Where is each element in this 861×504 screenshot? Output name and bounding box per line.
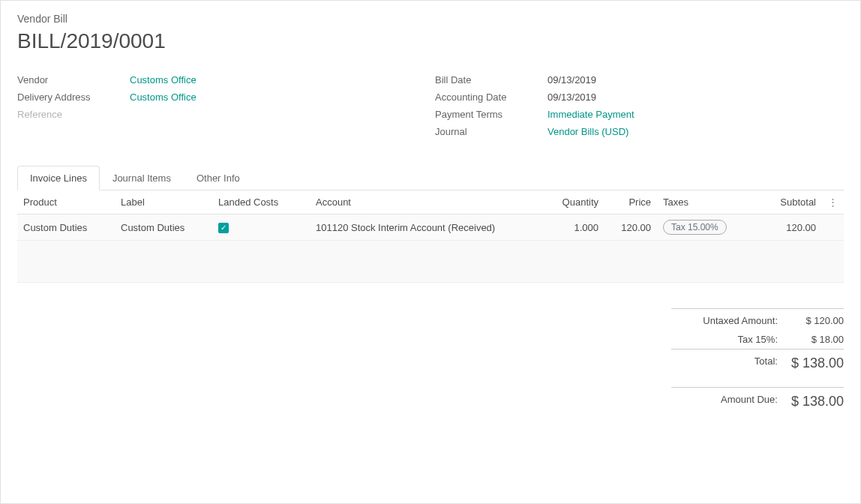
cell-account: 101120 Stock Interim Account (Received) — [310, 214, 533, 241]
document-number: BILL/2019/0001 — [17, 29, 844, 53]
reference-field: Reference — [17, 109, 426, 120]
vendor-field: Vendor Customs Office — [17, 74, 426, 86]
tab-journal-items[interactable]: Journal Items — [100, 166, 184, 190]
right-fields: Bill Date 09/13/2019 Accounting Date 09/… — [435, 74, 844, 143]
tax-row: Tax 15%: $ 18.00 — [671, 330, 844, 349]
accounting-date-value[interactable]: 09/13/2019 — [548, 92, 596, 103]
vendor-value[interactable]: Customs Office — [130, 74, 196, 86]
totals-panel: Untaxed Amount: $ 120.00 Tax 15%: $ 18.0… — [671, 308, 844, 413]
amount-due-label: Amount Due: — [671, 394, 778, 410]
document-type-label: Vendor Bill — [17, 13, 844, 25]
tab-other-info[interactable]: Other Info — [184, 166, 253, 190]
col-taxes: Taxes — [657, 190, 762, 214]
kebab-icon — [828, 196, 838, 208]
col-account: Account — [310, 190, 533, 214]
untaxed-amount-row: Untaxed Amount: $ 120.00 — [671, 308, 844, 330]
total-label: Total: — [671, 356, 778, 371]
total-value: $ 138.00 — [791, 356, 844, 371]
empty-lines-area[interactable] — [17, 241, 844, 283]
bill-date-value[interactable]: 09/13/2019 — [548, 74, 596, 86]
col-options[interactable] — [822, 190, 844, 214]
journal-value[interactable]: Vendor Bills (USD) — [548, 126, 628, 137]
col-product: Product — [17, 190, 115, 214]
tax-value: $ 18.00 — [791, 334, 844, 345]
payment-terms-label: Payment Terms — [435, 109, 548, 120]
journal-field: Journal Vendor Bills (USD) — [435, 126, 844, 137]
cell-taxes: Tax 15.00% — [657, 214, 762, 241]
cell-landed-costs: ✓ — [212, 214, 310, 241]
col-landed-costs: Landed Costs — [212, 190, 310, 214]
total-row: Total: $ 138.00 — [671, 349, 844, 375]
col-label: Label — [115, 190, 212, 214]
checkbox-checked-icon[interactable]: ✓ — [218, 223, 229, 233]
bill-date-label: Bill Date — [435, 74, 548, 86]
accounting-date-label: Accounting Date — [435, 92, 548, 103]
table-row[interactable]: Custom Duties Custom Duties ✓ 101120 Sto… — [17, 214, 844, 241]
payment-terms-value[interactable]: Immediate Payment — [548, 109, 634, 120]
cell-subtotal: 120.00 — [762, 214, 822, 241]
header-fields: Vendor Customs Office Delivery Address C… — [17, 74, 844, 143]
left-fields: Vendor Customs Office Delivery Address C… — [17, 74, 426, 143]
tax-label: Tax 15%: — [671, 334, 778, 345]
col-subtotal: Subtotal — [762, 190, 822, 214]
untaxed-amount-value: $ 120.00 — [791, 315, 844, 326]
bill-date-field: Bill Date 09/13/2019 — [435, 74, 844, 86]
delivery-address-value[interactable]: Customs Office — [130, 92, 196, 103]
cell-label: Custom Duties — [115, 214, 212, 241]
tab-invoice-lines[interactable]: Invoice Lines — [17, 166, 100, 190]
journal-label: Journal — [435, 126, 548, 137]
col-quantity: Quantity — [533, 190, 604, 214]
delivery-address-field: Delivery Address Customs Office — [17, 92, 426, 103]
tabs: Invoice Lines Journal Items Other Info — [17, 166, 844, 190]
amount-due-value: $ 138.00 — [791, 394, 844, 410]
reference-label: Reference — [17, 109, 130, 120]
amount-due-row: Amount Due: $ 138.00 — [671, 387, 844, 413]
cell-product: Custom Duties — [17, 214, 115, 241]
payment-terms-field: Payment Terms Immediate Payment — [435, 109, 844, 120]
invoice-lines-table: Product Label Landed Costs Account Quant… — [17, 190, 844, 241]
accounting-date-field: Accounting Date 09/13/2019 — [435, 92, 844, 103]
tax-tag[interactable]: Tax 15.00% — [663, 220, 727, 235]
untaxed-amount-label: Untaxed Amount: — [671, 315, 778, 326]
cell-quantity: 1.000 — [533, 214, 604, 241]
table-header-row: Product Label Landed Costs Account Quant… — [17, 190, 844, 214]
cell-price: 120.00 — [604, 214, 657, 241]
delivery-address-label: Delivery Address — [17, 92, 130, 103]
vendor-bill-form: Vendor Bill BILL/2019/0001 Vendor Custom… — [0, 0, 861, 504]
col-price: Price — [604, 190, 657, 214]
vendor-label: Vendor — [17, 74, 130, 86]
